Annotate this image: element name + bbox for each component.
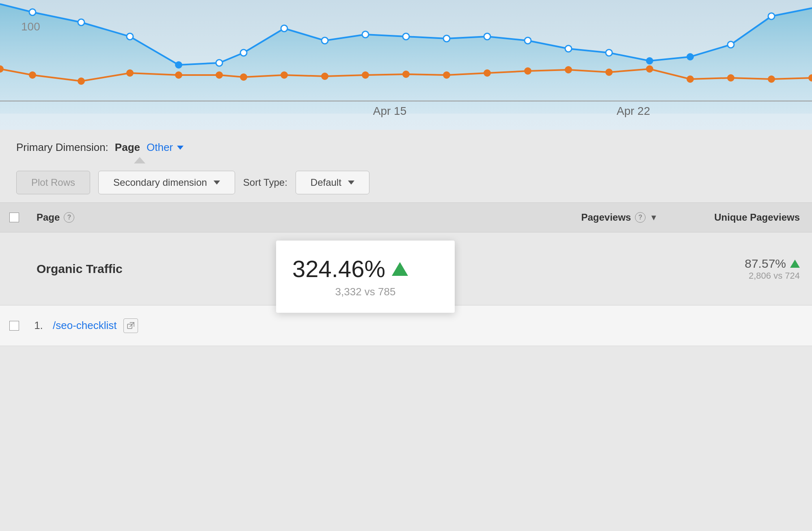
plot-rows-button[interactable]: Plot Rows [16, 171, 90, 194]
table-header: Page ? Pageviews ? ▼ Unique Pageviews [0, 202, 812, 232]
svg-point-19 [0, 66, 3, 72]
triangle-indicator [134, 157, 145, 163]
svg-point-38 [768, 76, 775, 82]
chart-area: 100 Apr 15 Apr 22 [0, 0, 812, 130]
svg-point-15 [646, 58, 653, 64]
svg-point-29 [403, 71, 409, 77]
organic-traffic-row: Organic Traffic 324.46% 3,332 vs 785 87.… [0, 232, 812, 305]
controls-area: Primary Dimension: Page Other Plot Rows … [0, 130, 812, 202]
right-percentage-value: 87.57% [674, 257, 800, 271]
default-sort-button[interactable]: Default [296, 171, 369, 194]
svg-point-7 [322, 37, 328, 44]
svg-point-39 [809, 75, 812, 81]
svg-point-18 [768, 13, 775, 19]
svg-point-32 [525, 68, 531, 74]
row-1-page-link[interactable]: /seo-checklist [53, 319, 117, 332]
right-vs-text: 2,806 vs 724 [674, 271, 800, 281]
tooltip-percentage: 324.46% [292, 255, 385, 282]
page-col-label: Page [37, 212, 60, 223]
default-chevron-icon [348, 181, 354, 185]
tooltip-main-value: 324.46% [292, 255, 438, 282]
other-dimension-button[interactable]: Other [147, 141, 184, 154]
svg-point-16 [687, 54, 693, 60]
svg-point-33 [565, 67, 572, 73]
svg-point-30 [443, 72, 450, 78]
secondary-dimension-button[interactable]: Secondary dimension [98, 171, 235, 194]
secondary-dimension-chevron-icon [214, 181, 220, 185]
chart-label-apr22: Apr 22 [617, 105, 650, 118]
svg-point-17 [728, 41, 734, 48]
buttons-row: Plot Rows Secondary dimension Sort Type:… [16, 171, 796, 194]
page-help-icon[interactable]: ? [64, 212, 74, 223]
primary-dimension-row: Primary Dimension: Page Other [16, 141, 796, 154]
header-page-col: Page ? [28, 212, 552, 223]
header-checkbox-area [0, 213, 28, 222]
right-percentage-text: 87.57% [745, 257, 786, 271]
organic-traffic-label: Organic Traffic [37, 262, 123, 275]
pageviews-help-icon[interactable]: ? [635, 212, 646, 223]
other-chevron-icon [177, 146, 184, 150]
svg-point-36 [687, 76, 693, 82]
primary-dimension-label: Primary Dimension: [16, 141, 108, 154]
svg-point-35 [646, 66, 653, 72]
svg-point-0 [29, 9, 36, 15]
organic-row-checkbox-area [0, 268, 28, 270]
svg-point-25 [240, 74, 247, 80]
svg-point-24 [216, 72, 222, 78]
svg-point-21 [78, 78, 84, 84]
right-up-arrow-icon [790, 260, 800, 268]
svg-point-23 [175, 72, 182, 78]
svg-point-28 [362, 72, 369, 78]
svg-point-26 [281, 72, 287, 78]
tooltip-up-arrow-icon [392, 262, 408, 276]
organic-right-values: 87.57% 2,806 vs 724 [674, 257, 812, 281]
svg-point-22 [127, 70, 133, 76]
secondary-dimension-label: Secondary dimension [113, 177, 207, 188]
svg-point-8 [362, 31, 369, 38]
header-checkbox[interactable] [9, 213, 19, 222]
page-dimension-label: Page [115, 141, 140, 154]
svg-point-5 [240, 49, 247, 56]
svg-point-27 [322, 73, 328, 80]
row-1-link-icon[interactable] [123, 318, 138, 333]
chart-label-100: 100 [21, 20, 40, 33]
svg-point-14 [606, 49, 612, 56]
svg-point-11 [484, 33, 490, 40]
svg-point-2 [127, 33, 133, 40]
row-1-number: 1. [28, 319, 49, 332]
tooltip-vs-text: 3,332 vs 785 [292, 286, 438, 298]
svg-point-12 [525, 37, 531, 44]
chart-label-apr15: Apr 15 [373, 105, 407, 118]
pageviews-col-label: Pageviews [581, 212, 631, 223]
chart-baseline [0, 101, 812, 101]
sort-type-label: Sort Type: [243, 177, 287, 188]
svg-point-9 [403, 33, 409, 40]
svg-point-10 [443, 35, 450, 42]
row-1-page: /seo-checklist [49, 318, 812, 333]
svg-point-6 [281, 25, 287, 32]
svg-point-34 [606, 69, 612, 75]
header-pageviews-col: Pageviews ? ▼ [552, 212, 674, 223]
tooltip-card: 324.46% 3,332 vs 785 [276, 241, 455, 313]
sort-down-icon: ▼ [650, 213, 658, 222]
default-label: Default [311, 177, 341, 188]
svg-point-1 [78, 19, 84, 26]
svg-point-4 [216, 60, 222, 66]
svg-point-20 [29, 72, 36, 78]
unique-col-label: Unique Pageviews [714, 212, 800, 223]
table-area: Page ? Pageviews ? ▼ Unique Pageviews Or… [0, 202, 812, 346]
header-unique-col: Unique Pageviews [674, 212, 812, 223]
row-1-checkbox[interactable] [9, 321, 19, 331]
svg-point-3 [175, 62, 182, 68]
svg-point-37 [728, 75, 734, 81]
svg-point-13 [565, 45, 572, 52]
svg-point-31 [484, 70, 490, 76]
other-label: Other [147, 141, 173, 154]
